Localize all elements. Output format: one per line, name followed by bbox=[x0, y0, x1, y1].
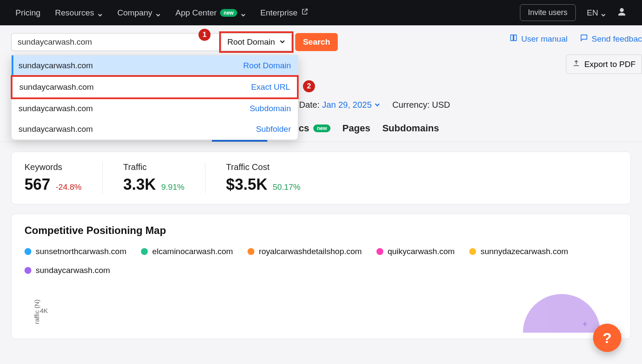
legend-label: elcaminocarwash.com bbox=[152, 247, 233, 256]
chevron-down-icon bbox=[374, 100, 380, 110]
chart-axis-area: raffic (N) 4K + bbox=[24, 290, 618, 328]
metric-keywords-value: 567 bbox=[24, 176, 50, 194]
language-select[interactable]: EN bbox=[587, 8, 606, 18]
nav-company[interactable]: Company bbox=[117, 8, 161, 18]
nav-enterprise-label: Enterprise bbox=[260, 8, 298, 18]
metric-traffic-label: Traffic bbox=[123, 162, 184, 172]
send-feedback-link[interactable]: Send feedbac bbox=[580, 33, 642, 44]
scope-select-label: Root Domain bbox=[227, 37, 275, 47]
date-value: Jan 29, 2025 bbox=[322, 100, 372, 110]
search-button[interactable]: Search bbox=[295, 33, 338, 51]
invite-users-button[interactable]: Invite users bbox=[520, 4, 576, 21]
export-pdf-label: Export to PDF bbox=[584, 60, 636, 69]
currency-label: Currency: bbox=[392, 100, 430, 109]
legend-label: sunnydazecarwash.com bbox=[480, 247, 568, 256]
y-axis-tick: 4K bbox=[40, 307, 48, 314]
legend-item[interactable]: sunsetnorthcarwash.com bbox=[24, 247, 126, 256]
external-link-icon bbox=[301, 8, 309, 18]
legend-item[interactable]: royalcarwashdetailshop.com bbox=[248, 247, 362, 256]
suggestion-domain: sundaycarwash.com bbox=[18, 61, 93, 70]
metric-traffic-cost-label: Traffic Cost bbox=[226, 162, 300, 172]
nav-pricing[interactable]: Pricing bbox=[15, 8, 40, 18]
search-suggestions-dropdown: sundaycarwash.com Root Domain sundaycarw… bbox=[11, 55, 298, 140]
user-manual-label: User manual bbox=[521, 34, 568, 44]
top-nav: Pricing Resources Company App Center new… bbox=[0, 0, 642, 25]
suggestion-root-domain[interactable]: sundaycarwash.com Root Domain bbox=[12, 55, 298, 76]
legend-dot-icon bbox=[469, 248, 476, 255]
competitive-map-card: Competitive Positioning Map sunsetnorthc… bbox=[11, 214, 631, 339]
suggestion-domain: sundaycarwash.com bbox=[18, 104, 93, 113]
tab-pages[interactable]: Pages bbox=[342, 123, 370, 142]
competitive-map-legend: sunsetnorthcarwash.com elcaminocarwash.c… bbox=[24, 247, 618, 275]
metrics-card: Keywords 567 -24.8% Traffic 3.3K 9.91% T… bbox=[11, 152, 631, 204]
new-badge: new bbox=[220, 9, 237, 17]
legend-label: quikycarwash.com bbox=[388, 247, 455, 256]
chevron-down-icon bbox=[98, 10, 103, 15]
chat-icon bbox=[580, 33, 588, 44]
new-badge: new bbox=[313, 124, 330, 132]
legend-item[interactable]: sundaycarwash.com bbox=[24, 266, 110, 275]
metric-traffic-delta: 9.91% bbox=[161, 182, 184, 191]
nav-resources[interactable]: Resources bbox=[55, 8, 103, 18]
plus-icon: + bbox=[582, 319, 587, 329]
legend-label: sundaycarwash.com bbox=[36, 266, 110, 275]
metric-keywords-label: Keywords bbox=[24, 162, 82, 172]
legend-label: sunsetnorthcarwash.com bbox=[36, 247, 126, 256]
metric-traffic-cost-value: $3.5K bbox=[226, 176, 267, 194]
page-toolbox: User manual Send feedbac Export to PDF bbox=[509, 33, 642, 74]
legend-item[interactable]: sunnydazecarwash.com bbox=[469, 247, 568, 256]
filters-row: Date: Jan 29, 2025 Currency: USD bbox=[288, 100, 642, 110]
y-axis-label: raffic (N) bbox=[33, 300, 40, 324]
nav-app-center[interactable]: App Center new bbox=[175, 8, 245, 18]
suggestion-exact-url[interactable]: sundaycarwash.com Exact URL bbox=[12, 77, 297, 97]
nav-app-center-label: App Center bbox=[175, 8, 217, 18]
legend-dot-icon bbox=[141, 248, 148, 255]
suggestion-domain: sundaycarwash.com bbox=[18, 124, 93, 134]
currency-value: USD bbox=[432, 100, 450, 109]
metric-traffic: Traffic 3.3K 9.91% bbox=[123, 162, 205, 194]
suggestion-type: Exact URL bbox=[251, 82, 290, 92]
suggestion-subfolder[interactable]: sundaycarwash.com Subfolder bbox=[12, 119, 298, 140]
book-icon bbox=[509, 33, 518, 44]
legend-item[interactable]: quikycarwash.com bbox=[376, 247, 455, 256]
language-label: EN bbox=[587, 8, 598, 18]
suggestion-subdomain[interactable]: sundaycarwash.com Subdomain bbox=[12, 98, 298, 119]
scope-select[interactable]: Root Domain bbox=[221, 33, 292, 51]
annotation-2: 2 bbox=[303, 80, 315, 92]
competitive-map-title: Competitive Positioning Map bbox=[24, 224, 618, 237]
upload-icon bbox=[572, 59, 580, 69]
legend-dot-icon bbox=[248, 248, 254, 255]
send-feedback-label: Send feedbac bbox=[592, 34, 642, 44]
suggestion-type: Subdomain bbox=[250, 104, 291, 113]
metric-keywords-delta: -24.8% bbox=[56, 182, 82, 191]
chart-bubble: + bbox=[523, 294, 600, 333]
chevron-down-icon bbox=[241, 10, 246, 15]
date-filter[interactable]: Date: Jan 29, 2025 bbox=[299, 100, 380, 110]
chevron-down-icon bbox=[279, 37, 285, 47]
tab-subdomains[interactable]: Subdomains bbox=[382, 123, 439, 142]
metric-traffic-cost: Traffic Cost $3.5K 50.17% bbox=[226, 162, 321, 194]
suggestion-type: Subfolder bbox=[256, 124, 291, 134]
user-manual-link[interactable]: User manual bbox=[509, 33, 568, 44]
nav-resources-label: Resources bbox=[55, 8, 94, 18]
legend-label: royalcarwashdetailshop.com bbox=[259, 247, 362, 256]
metric-traffic-value: 3.3K bbox=[123, 176, 156, 194]
metric-traffic-cost-delta: 50.17% bbox=[273, 182, 300, 191]
currency-filter: Currency: USD bbox=[392, 100, 450, 110]
legend-item[interactable]: elcaminocarwash.com bbox=[141, 247, 233, 256]
export-pdf-button[interactable]: Export to PDF bbox=[566, 55, 642, 74]
chevron-down-icon bbox=[601, 10, 606, 15]
legend-dot-icon bbox=[24, 248, 31, 255]
nav-enterprise[interactable]: Enterprise bbox=[260, 8, 309, 18]
legend-dot-icon bbox=[376, 248, 383, 255]
domain-search-input[interactable] bbox=[11, 33, 219, 51]
user-icon[interactable] bbox=[617, 7, 627, 18]
chevron-down-icon bbox=[156, 10, 161, 15]
date-label: Date: bbox=[299, 100, 320, 109]
suggestion-domain: sundaycarwash.com bbox=[19, 82, 94, 92]
nav-company-label: Company bbox=[117, 8, 152, 18]
metric-keywords: Keywords 567 -24.8% bbox=[24, 162, 103, 194]
suggestion-type: Root Domain bbox=[243, 61, 291, 70]
annotation-1: 1 bbox=[199, 29, 211, 41]
legend-dot-icon bbox=[24, 267, 31, 274]
